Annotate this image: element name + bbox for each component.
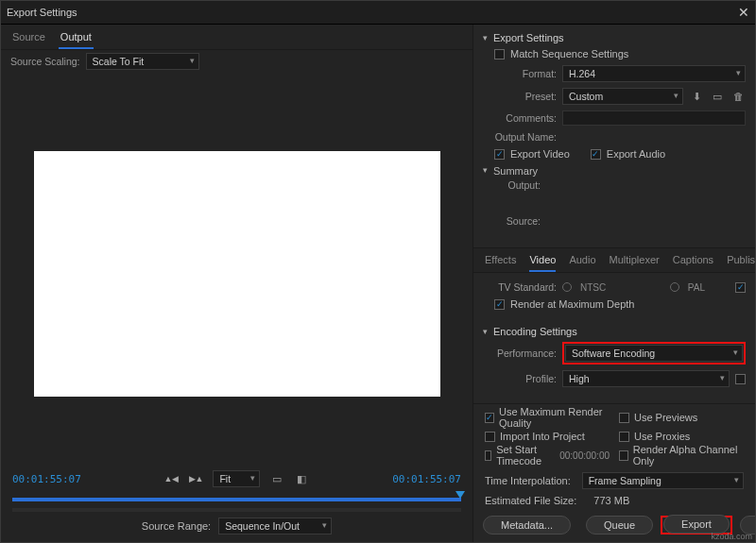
export-audio-checkbox[interactable] xyxy=(591,149,601,160)
pal-label: PAL xyxy=(688,282,705,293)
comments-label: Comments: xyxy=(483,112,557,124)
zoom-fit-dropdown[interactable]: Fit xyxy=(213,470,260,487)
use-max-render-checkbox[interactable] xyxy=(485,413,494,423)
save-preset-icon[interactable]: ⬇ xyxy=(689,89,704,104)
comments-input[interactable] xyxy=(562,110,746,126)
start-tc-value: 00:00:00:00 xyxy=(559,450,610,461)
export-audio-label: Export Audio xyxy=(607,148,665,160)
dialog-title: Export Settings xyxy=(7,7,77,18)
import-project-checkbox[interactable] xyxy=(485,432,495,442)
profile-label: Profile: xyxy=(483,373,557,384)
source-range-label: Source Range: xyxy=(142,520,211,532)
render-max-depth-checkbox[interactable] xyxy=(494,299,505,310)
format-label: Format: xyxy=(483,68,557,79)
ntsc-label: NTSC xyxy=(580,282,606,293)
tab-captions[interactable]: Captions xyxy=(673,251,713,272)
profile-lock-checkbox[interactable] xyxy=(735,374,746,384)
export-video-checkbox[interactable] xyxy=(494,149,505,160)
chevron-down-icon[interactable]: ▾ xyxy=(483,327,488,336)
encoding-settings-header: Encoding Settings xyxy=(493,326,577,337)
ntsc-radio[interactable] xyxy=(562,282,572,292)
playhead-icon[interactable] xyxy=(455,491,465,499)
export-video-label: Export Video xyxy=(510,148,570,160)
export-settings-header: Export Settings xyxy=(493,32,564,43)
timeline[interactable] xyxy=(12,493,461,506)
chevron-down-icon[interactable]: ▾ xyxy=(483,165,488,175)
crop-icon[interactable]: ◧ xyxy=(294,471,309,486)
render-alpha-label: Render Alpha Channel Only xyxy=(633,444,744,467)
chevron-down-icon[interactable]: ▾ xyxy=(483,33,488,42)
aspect-icon[interactable]: ▭ xyxy=(269,471,284,486)
watermark: kzoda.com xyxy=(711,532,752,541)
tab-source[interactable]: Source xyxy=(10,28,47,49)
format-dropdown[interactable]: H.264 xyxy=(562,65,746,82)
render-max-depth-label: Render at Maximum Depth xyxy=(510,298,634,310)
tv-standard-label: TV Standard: xyxy=(483,281,557,293)
tab-video[interactable]: Video xyxy=(529,251,556,272)
pal-radio[interactable] xyxy=(670,282,679,292)
preview-canvas xyxy=(34,151,440,397)
tab-multiplexer[interactable]: Multiplexer xyxy=(610,251,660,272)
time-interp-dropdown[interactable]: Frame Sampling xyxy=(582,472,744,489)
use-proxies-checkbox[interactable] xyxy=(619,432,629,442)
tab-output[interactable]: Output xyxy=(59,28,94,49)
match-sequence-label: Match Sequence Settings xyxy=(510,48,628,59)
source-scaling-label: Source Scaling: xyxy=(10,56,80,67)
est-size-label: Estimated File Size: xyxy=(485,495,576,506)
close-icon[interactable]: ✕ xyxy=(738,5,749,20)
summary-source-label: Source: xyxy=(493,215,541,227)
set-start-tc-label: Set Start Timecode xyxy=(496,444,547,467)
use-previews-checkbox[interactable] xyxy=(619,413,629,423)
export-button[interactable]: Export xyxy=(663,515,730,534)
tab-publish[interactable]: Publish xyxy=(727,251,755,272)
import-project-label: Import Into Project xyxy=(500,431,585,442)
tab-effects[interactable]: Effects xyxy=(485,251,516,272)
render-alpha-checkbox[interactable] xyxy=(619,450,628,461)
metadata-button[interactable]: Metadata... xyxy=(483,516,571,535)
import-preset-icon[interactable]: ▭ xyxy=(710,89,725,104)
summary-output-label: Output: xyxy=(493,179,541,191)
next-frame-icon[interactable]: ▶▲ xyxy=(189,474,204,484)
time-interp-label: Time Interpolation: xyxy=(485,475,571,486)
use-previews-label: Use Previews xyxy=(634,412,697,423)
profile-dropdown[interactable]: High xyxy=(562,370,730,387)
delete-preset-icon[interactable]: 🗑 xyxy=(730,89,746,104)
prev-frame-icon[interactable]: ▲◀ xyxy=(164,474,180,484)
tab-audio[interactable]: Audio xyxy=(569,251,595,272)
preset-label: Preset: xyxy=(483,91,557,102)
preset-dropdown[interactable]: Custom xyxy=(562,88,683,105)
use-max-render-label: Use Maximum Render Quality xyxy=(499,406,610,429)
summary-label: Summary xyxy=(493,165,746,177)
queue-button[interactable]: Queue xyxy=(586,516,653,535)
match-sequence-checkbox[interactable] xyxy=(494,49,505,59)
performance-label: Performance: xyxy=(483,348,557,359)
source-scaling-dropdown[interactable]: Scale To Fit xyxy=(86,53,199,70)
set-start-tc-checkbox[interactable] xyxy=(485,450,491,461)
timecode-out[interactable]: 00:01:55:07 xyxy=(392,473,461,485)
source-range-dropdown[interactable]: Sequence In/Out xyxy=(218,518,332,535)
output-name-label: Output Name: xyxy=(483,131,557,143)
timecode-in[interactable]: 00:01:55:07 xyxy=(12,473,81,485)
use-proxies-label: Use Proxies xyxy=(634,431,690,442)
performance-dropdown[interactable]: Software Encoding xyxy=(565,345,743,362)
est-size-value: 773 MB xyxy=(593,495,629,506)
tv-lock-checkbox[interactable] xyxy=(735,282,746,293)
